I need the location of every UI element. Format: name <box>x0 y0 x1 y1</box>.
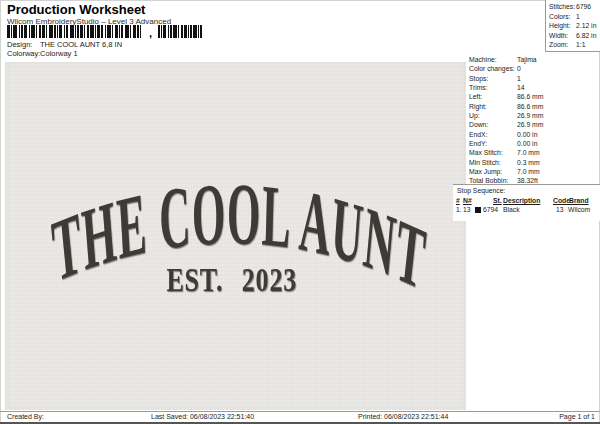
last-saved-timestamp: Last Saved: 06/08/2023 22:51:40 <box>151 413 254 420</box>
stat-label: Stitches: <box>549 3 575 10</box>
created-by-label: Created By: <box>7 413 44 420</box>
info-row-max-jump: Max Jump:7.0 mm <box>469 168 599 177</box>
colorway-value: Colorway 1 <box>40 49 78 58</box>
info-value: 0.00 in <box>517 131 537 138</box>
stat-value: 6796 <box>576 3 591 10</box>
info-row-machine: Machine:Tajima <box>469 56 599 65</box>
stop-sequence-header: # N# St. Description Code Brand <box>453 197 600 206</box>
col-stitches: St. <box>493 197 502 204</box>
stat-value: 1 <box>576 13 580 20</box>
info-label: Min Stitch: <box>469 159 501 166</box>
barcode-icon <box>7 25 207 38</box>
stat-value: 1:1 <box>576 41 585 48</box>
cell-code: 13 <box>556 206 564 213</box>
stat-stitches: Stitches:6796 <box>546 3 600 13</box>
info-label: Up: <box>469 112 480 119</box>
info-row-max-stitch: Max Stitch:7.0 mm <box>469 149 599 158</box>
design-value: THE COOL AUNT 6,8 IN <box>40 40 122 49</box>
info-row-left: Left:86.6 mm <box>469 93 599 102</box>
info-value: 0 <box>517 65 521 72</box>
info-label: Right: <box>469 103 487 110</box>
design-stats-box: Stitches:6796 Colors:1 Height:2.12 in Wi… <box>545 0 600 52</box>
col-needle: N# <box>463 197 472 204</box>
cell-num: 1. <box>456 206 462 213</box>
info-value: 0.00 in <box>517 140 537 147</box>
info-value: 86.6 mm <box>517 103 543 110</box>
machine-info-panel: Machine:Tajima Color changes:0 Stops:1 T… <box>469 56 599 187</box>
info-label: Color changes: <box>469 65 515 72</box>
stat-width: Width:6.82 in <box>546 32 600 42</box>
info-value: 26.9 mm <box>517 121 543 128</box>
info-label: EndY: <box>469 140 487 147</box>
stat-zoom: Zoom:1:1 <box>546 41 600 51</box>
info-value: 14 <box>517 84 525 91</box>
stat-height: Height:2.12 in <box>546 22 600 32</box>
page-number: Page 1 of 1 <box>559 413 595 420</box>
colorway-row: Colorway: Colorway 1 <box>7 49 78 58</box>
stop-sequence-section: Stop Sequence: # N# St. Description Code… <box>453 184 600 221</box>
stat-label: Height: <box>549 22 571 29</box>
est-year-text: EST. 2023 <box>166 262 297 298</box>
info-row-min-stitch: Min Stitch:0.3 mm <box>469 159 599 168</box>
design-name-row: Design: THE COOL AUNT 6,8 IN <box>7 40 122 49</box>
footer-separator <box>0 411 600 412</box>
colorway-label: Colorway: <box>7 49 38 58</box>
info-row-endx: EndX:0.00 in <box>469 131 599 140</box>
col-description: Description <box>503 197 540 204</box>
info-row-stops: Stops:1 <box>469 75 599 84</box>
info-label: Trims: <box>469 84 488 91</box>
stop-sequence-title: Stop Sequence: <box>457 187 505 194</box>
cell-brand: Wilcom <box>568 206 590 213</box>
stat-value: 2.12 in <box>576 22 596 29</box>
info-label: Stops: <box>469 75 488 82</box>
col-code: Code <box>553 197 570 204</box>
cell-stitches: 6794 <box>483 206 498 213</box>
stat-label: Zoom: <box>549 41 568 48</box>
page-title: Production Worksheet <box>7 2 145 17</box>
info-value: 86.6 mm <box>517 93 543 100</box>
info-label: Max Jump: <box>469 168 502 175</box>
design-label: Design: <box>7 40 38 49</box>
printed-timestamp: Printed: 06/08/2023 22:51:44 <box>358 413 448 420</box>
info-row-up: Up:26.9 mm <box>469 112 599 121</box>
info-label: Left: <box>469 93 482 100</box>
info-value: 26.9 mm <box>517 112 543 119</box>
stat-value: 6.82 in <box>576 32 596 39</box>
info-value: Tajima <box>517 56 537 63</box>
info-row-trims: Trims:14 <box>469 84 599 93</box>
info-label: Max Stitch: <box>469 149 503 156</box>
info-value: 1 <box>517 75 521 82</box>
info-label: Machine: <box>469 56 497 63</box>
info-row-endy: EndY:0.00 in <box>469 140 599 149</box>
stat-colors: Colors:1 <box>546 13 600 23</box>
thread-color-swatch <box>475 207 481 213</box>
embroidery-design: THE COOL AUNT EST. 2023 <box>5 62 466 410</box>
cell-needle: 13 <box>463 206 471 213</box>
info-row-right: Right:86.6 mm <box>469 103 599 112</box>
barcode-comma: , <box>149 27 152 39</box>
design-canvas: THE COOL AUNT EST. 2023 <box>5 62 466 410</box>
info-label: Down: <box>469 121 488 128</box>
info-value: 7.0 mm <box>517 168 540 175</box>
info-row-down: Down:26.9 mm <box>469 121 599 130</box>
col-num: # <box>456 197 460 204</box>
stat-label: Colors: <box>549 13 571 20</box>
stat-label: Width: <box>549 32 568 39</box>
table-row: 1. 13 6794 Black 13 Wilcom <box>453 206 600 215</box>
cell-description: Black <box>503 206 520 213</box>
info-label: EndX: <box>469 131 488 138</box>
info-value: 0.3 mm <box>517 159 540 166</box>
info-value: 7.0 mm <box>517 149 540 156</box>
info-row-color-changes: Color changes:0 <box>469 65 599 74</box>
col-brand: Brand <box>569 197 589 204</box>
